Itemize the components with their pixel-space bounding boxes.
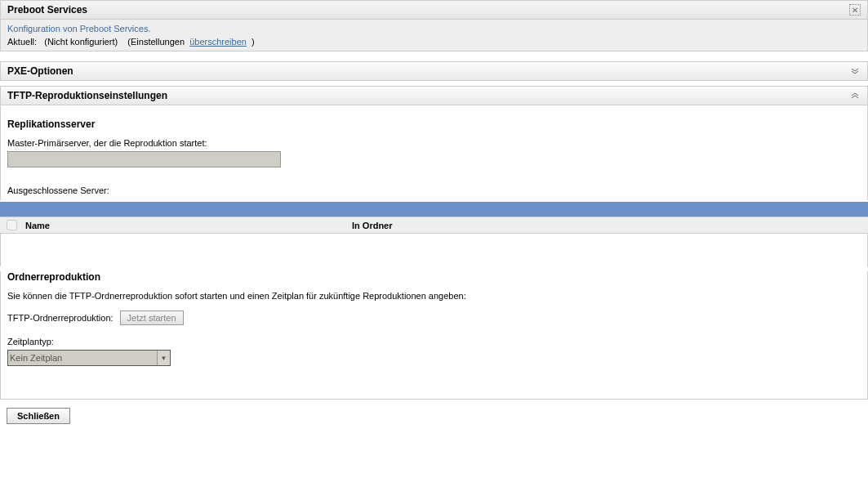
- tftp-section-title: TFTP-Reproduktionseinstellungen: [7, 90, 167, 101]
- tftp-section-bar[interactable]: TFTP-Reproduktionseinstellungen: [0, 86, 868, 105]
- close-button[interactable]: Schließen: [7, 408, 70, 424]
- column-folder: In Ordner: [352, 221, 393, 230]
- master-server-label: Master-Primärserver, der die Reproduktio…: [7, 138, 861, 148]
- settings-suffix: ): [251, 37, 255, 47]
- status-line: Aktuell: (Nicht konfiguriert) (Einstellu…: [7, 37, 861, 47]
- settings-prefix: (Einstellungen: [127, 37, 185, 47]
- schedule-type-select[interactable]: [7, 350, 171, 366]
- start-row: TFTP-Ordnerreproduktion: Jetzt starten: [7, 311, 861, 325]
- status-value: (Nicht konfiguriert): [44, 37, 118, 47]
- start-now-button[interactable]: Jetzt starten: [120, 311, 184, 325]
- select-all-checkbox[interactable]: [7, 220, 17, 230]
- column-name: Name: [25, 221, 352, 230]
- folder-reproduction-section: Ordnerreproduktion Sie können die TFTP-O…: [0, 271, 868, 400]
- tftp-content: Replikationsserver Master-Primärserver, …: [0, 105, 868, 200]
- schedule-type-label: Zeitplantyp:: [7, 337, 861, 346]
- config-description: Konfiguration von Preboot Services.: [7, 24, 861, 34]
- chevron-down-icon[interactable]: [849, 65, 861, 77]
- table-empty-area: [0, 234, 868, 266]
- main-panel-header: Preboot Services ✕: [0, 0, 868, 20]
- close-icon[interactable]: ✕: [849, 4, 861, 16]
- override-link[interactable]: überschreiben: [189, 37, 247, 47]
- toolbar-bar: [0, 202, 868, 217]
- page-title: Preboot Services: [7, 4, 87, 16]
- pxe-section-bar[interactable]: PXE-Optionen: [0, 61, 868, 81]
- replication-heading: Replikationsserver: [7, 118, 861, 130]
- chevron-up-icon[interactable]: [849, 90, 861, 101]
- folder-reproduction-description: Sie können die TFTP-Ordnerreproduktion s…: [7, 291, 861, 301]
- status-label: Aktuell:: [7, 37, 37, 47]
- schedule-select-wrap: ▼: [7, 350, 171, 366]
- footer-bar: Schließen: [0, 400, 868, 432]
- tftp-reproduction-label: TFTP-Ordnerreproduktion:: [7, 313, 114, 323]
- master-server-input[interactable]: [7, 151, 281, 168]
- excluded-servers-label: Ausgeschlossene Server:: [7, 185, 861, 195]
- panel-subheader: Konfiguration von Preboot Services. Aktu…: [0, 20, 868, 51]
- pxe-section-title: PXE-Optionen: [7, 65, 73, 77]
- excluded-table-header: Name In Ordner: [0, 217, 868, 234]
- folder-reproduction-heading: Ordnerreproduktion: [7, 271, 861, 283]
